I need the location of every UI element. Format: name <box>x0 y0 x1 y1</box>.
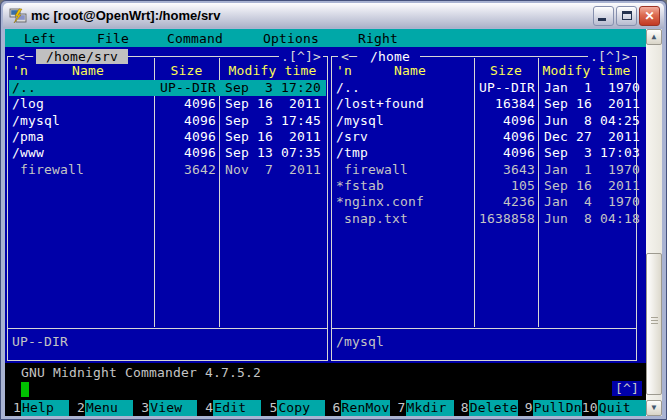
minimize-button[interactable] <box>593 6 614 26</box>
right-panel: <─ /home .[^]> 'n Name Size Modify time … <box>331 56 637 361</box>
fkey-label: RenMov <box>341 400 390 416</box>
fkey-number: 1 <box>5 400 21 416</box>
file-row[interactable]: firewall3643Jan 1 1970 <box>333 162 635 178</box>
minimize-icon <box>598 18 606 21</box>
file-row[interactable]: /..UP--DIRSep 3 17:20 <box>9 80 326 96</box>
fkey-label: PullDn <box>533 400 582 416</box>
close-button[interactable]: ✕ <box>639 6 660 26</box>
column-header-size[interactable]: Size <box>474 63 538 79</box>
column-header-name[interactable]: Name <box>346 63 474 79</box>
mini-status-divider <box>8 328 327 329</box>
fkey-view-button[interactable]: 3View <box>133 400 197 416</box>
file-row[interactable]: /..UP--DIRJan 1 1970 <box>333 80 635 96</box>
terminal-screen: Left File Command Options Right <─ /home… <box>5 29 662 416</box>
file-row[interactable]: /mysql4096Sep 3 17:45 <box>9 113 326 129</box>
panels-area: <─ /home/srv .[^]> 'n Name Size Modify t… <box>5 47 646 363</box>
file-name: firewall <box>12 162 84 178</box>
file-row[interactable]: /www4096Sep 13 07:35 <box>9 145 326 161</box>
mini-status-right: /mysql <box>336 334 384 350</box>
function-key-bar: 1Help2Menu3View4Edit5Copy6RenMov7Mkdir8D… <box>5 400 646 416</box>
file-mtime: Sep 16 2011 <box>225 96 321 112</box>
fkey-label: Copy <box>277 400 325 416</box>
scrollbar-thumb[interactable] <box>646 253 662 395</box>
file-name: /tmp <box>336 145 368 161</box>
column-header-size[interactable]: Size <box>154 63 219 79</box>
file-mtime: Jan 1 1970 <box>544 80 640 96</box>
file-size: 4096 <box>476 113 535 129</box>
file-size: 16384 <box>476 96 535 112</box>
menu-item-file[interactable]: File <box>97 30 129 47</box>
window-title: mc [root@OpenWrt]:/home/srv <box>31 8 593 23</box>
fkey-label: Edit <box>213 400 261 416</box>
fkey-number: 3 <box>133 400 149 416</box>
menubar: Left File Command Options Right <box>5 29 646 47</box>
command-line-cursor[interactable] <box>21 382 29 397</box>
file-mtime: Sep 16 2011 <box>225 129 321 145</box>
mini-status-divider <box>332 328 636 329</box>
file-size: 4096 <box>156 113 216 129</box>
menu-item-options[interactable]: Options <box>263 30 319 47</box>
file-row[interactable]: *nginx.conf4236Jan 4 1970 <box>333 194 635 210</box>
maximize-icon <box>622 11 632 20</box>
fkey-renmov-button[interactable]: 6RenMov <box>325 400 389 416</box>
fkey-mkdir-button[interactable]: 7Mkdir <box>390 400 454 416</box>
file-name: /.. <box>336 80 360 96</box>
fkey-edit-button[interactable]: 4Edit <box>197 400 261 416</box>
file-mtime: Jun 8 04:25 <box>544 113 640 129</box>
menu-item-left[interactable]: Left <box>24 30 56 47</box>
version-hint: GNU Midnight Commander 4.7.5.2 <box>21 365 261 381</box>
file-name: /www <box>12 145 44 161</box>
file-row[interactable]: /tmp4096Sep 3 17:03 <box>333 145 635 161</box>
file-row[interactable]: /mysql4096Jun 8 04:25 <box>333 113 635 129</box>
file-mtime: Dec 27 2011 <box>544 129 640 145</box>
fkey-label: Menu <box>85 400 133 416</box>
file-size: 105 <box>476 178 535 194</box>
titlebar[interactable]: mc [root@OpenWrt]:/home/srv ✕ <box>3 3 664 28</box>
file-mtime: Sep 13 07:35 <box>225 145 321 161</box>
fkey-label: Mkdir <box>406 400 454 416</box>
fkey-delete-button[interactable]: 8Delete <box>454 400 518 416</box>
file-mtime: Sep 16 2011 <box>544 178 640 194</box>
menu-item-command[interactable]: Command <box>167 30 223 47</box>
fkey-quit-button[interactable]: 10Quit <box>582 400 646 416</box>
file-size: UP--DIR <box>156 80 216 96</box>
panel-left-marker[interactable]: <─ <box>338 49 360 64</box>
left-panel-path[interactable]: /home/srv <box>36 49 128 64</box>
file-row[interactable]: snap.txt1638858Jun 8 04:18 <box>333 211 635 227</box>
maximize-button[interactable] <box>616 6 637 26</box>
file-name: *nginx.conf <box>336 194 424 210</box>
left-panel: <─ /home/srv .[^]> 'n Name Size Modify t… <box>7 56 328 361</box>
file-row[interactable]: /log4096Sep 16 2011 <box>9 96 326 112</box>
file-row[interactable]: *fstab105Sep 16 2011 <box>333 178 635 194</box>
scrollbar[interactable]: ▲ ▼ <box>646 29 662 416</box>
fkey-number: 10 <box>582 400 598 416</box>
scrollbar-up-icon[interactable]: ▲ <box>646 29 662 45</box>
file-row[interactable]: /pma4096Sep 16 2011 <box>9 129 326 145</box>
file-name: /mysql <box>12 113 60 129</box>
file-size: 3642 <box>156 162 216 178</box>
right-panel-path[interactable]: /home <box>360 49 420 64</box>
scrollback-badge[interactable]: [^] <box>612 381 642 396</box>
file-name: /.. <box>12 80 36 96</box>
fkey-number: 7 <box>390 400 406 416</box>
panel-left-marker[interactable]: <─ <box>14 49 36 64</box>
file-mtime: Jun 8 04:18 <box>544 211 640 227</box>
scrollbar-down-icon[interactable]: ▼ <box>646 400 662 416</box>
putty-icon <box>9 8 27 24</box>
fkey-copy-button[interactable]: 5Copy <box>261 400 325 416</box>
menu-item-right[interactable]: Right <box>358 30 398 47</box>
file-name: /pma <box>12 129 44 145</box>
fkey-help-button[interactable]: 1Help <box>5 400 69 416</box>
file-size: 4096 <box>156 129 216 145</box>
file-mtime: Jan 1 1970 <box>544 162 640 178</box>
file-row[interactable]: /lost+found16384Sep 16 2011 <box>333 96 635 112</box>
file-name: /srv <box>336 129 368 145</box>
column-header-mtime[interactable]: Modify time <box>538 63 635 79</box>
fkey-label: Quit <box>598 400 646 416</box>
fkey-pulldn-button[interactable]: 9PullDn <box>518 400 582 416</box>
file-row[interactable]: firewall3642Nov 7 2011 <box>9 162 326 178</box>
file-row[interactable]: /srv4096Dec 27 2011 <box>333 129 635 145</box>
column-header-mtime[interactable]: Modify time <box>219 63 326 79</box>
fkey-menu-button[interactable]: 2Menu <box>69 400 133 416</box>
column-header-name[interactable]: Name <box>22 63 154 79</box>
